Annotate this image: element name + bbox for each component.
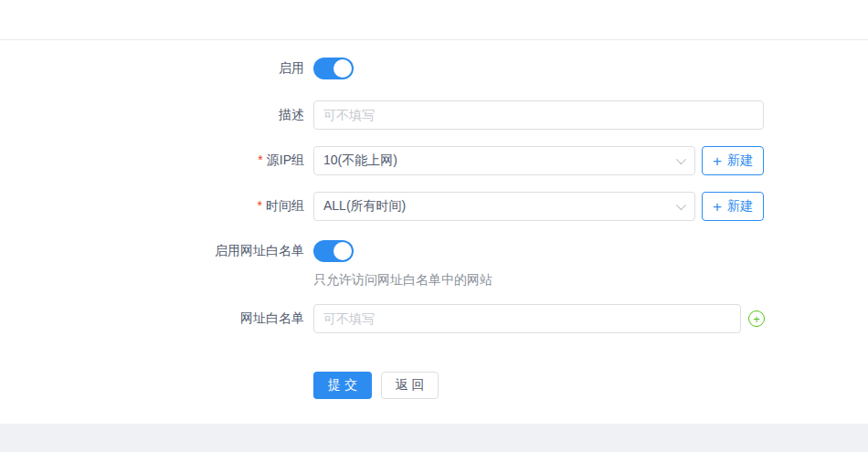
description-input[interactable]	[313, 100, 764, 130]
source-ip-group-label-text: 源IP组	[267, 152, 304, 167]
page-footer	[0, 424, 868, 452]
required-asterisk: *	[258, 198, 262, 213]
description-row: 描述	[0, 100, 868, 130]
url-whitelist-helper-row: 只允许访问网址白名单中的网站	[0, 270, 868, 289]
toggle-knob	[333, 59, 352, 78]
new-button-label: 新建	[727, 198, 753, 215]
url-whitelist-enable-row: 启用网址白名单	[0, 240, 868, 262]
plus-icon: +	[713, 199, 722, 215]
time-group-label: *时间组	[0, 198, 313, 215]
description-label: 描述	[0, 107, 313, 123]
url-whitelist-enable-label: 启用网址白名单	[0, 243, 313, 259]
url-whitelist-toggle[interactable]	[313, 240, 354, 262]
chevron-down-icon	[676, 200, 686, 210]
source-ip-group-row: *源IP组 10(不能上网) + 新建	[0, 146, 868, 175]
enable-label: 启用	[0, 60, 313, 77]
source-ip-group-select[interactable]: 10(不能上网)	[313, 146, 695, 175]
add-whitelist-entry-icon[interactable]: +	[748, 310, 765, 327]
source-ip-group-selected-value: 10(不能上网)	[323, 152, 397, 169]
enable-row: 启用	[0, 58, 868, 79]
back-button[interactable]: 返 回	[381, 372, 439, 399]
time-group-select[interactable]: ALL(所有时间)	[313, 192, 695, 221]
plus-icon: +	[713, 153, 722, 169]
url-whitelist-input[interactable]	[313, 304, 741, 333]
toggle-knob	[333, 242, 352, 260]
required-asterisk: *	[258, 152, 262, 167]
time-group-row: *时间组 ALL(所有时间) + 新建	[0, 192, 868, 221]
new-button-label: 新建	[727, 152, 753, 169]
time-group-label-text: 时间组	[266, 198, 304, 213]
source-ip-group-label: *源IP组	[0, 152, 313, 169]
url-whitelist-helper-text: 只允许访问网址白名单中的网站	[313, 272, 492, 289]
url-whitelist-label: 网址白名单	[0, 310, 313, 327]
enable-toggle[interactable]	[313, 58, 354, 79]
form-actions-row: 提 交 返 回	[0, 372, 868, 399]
top-divider	[0, 39, 868, 40]
url-whitelist-row: 网址白名单 +	[0, 304, 868, 333]
time-group-new-button[interactable]: + 新建	[702, 192, 764, 221]
time-group-selected-value: ALL(所有时间)	[323, 198, 406, 215]
chevron-down-icon	[676, 154, 686, 164]
source-ip-group-new-button[interactable]: + 新建	[702, 146, 764, 175]
submit-button[interactable]: 提 交	[313, 372, 372, 399]
